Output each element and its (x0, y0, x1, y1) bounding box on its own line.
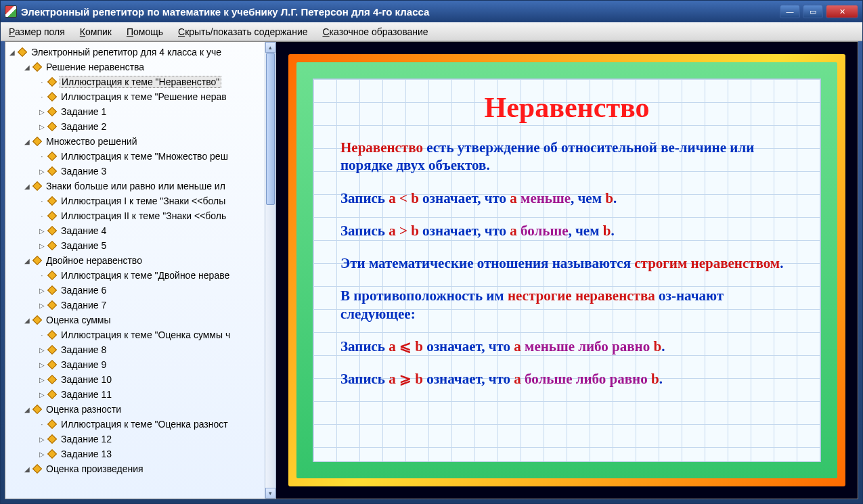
node-icon (47, 375, 57, 384)
tree-item[interactable]: ▷Задание 12 (8, 432, 275, 446)
node-icon (32, 256, 42, 265)
scroll-down-button[interactable]: ▾ (265, 488, 275, 499)
tree-item[interactable]: ▷Задание 2 (8, 119, 275, 134)
tree-item[interactable]: ▷Задание 8 (8, 342, 275, 357)
tree-item[interactable]: ·Иллюстрация к теме "Двойное нераве (8, 268, 275, 283)
menu-item[interactable]: Сказочное образование (319, 25, 430, 39)
tree-item[interactable]: ◢Знаки больше или равно или меньше ил (8, 179, 275, 193)
tree-item-label: Электронный репетитор для 4 класса к уче (30, 47, 223, 58)
tree-item-label: Задание 10 (60, 374, 113, 385)
tree-item[interactable]: ◢Оценка произведения (8, 461, 275, 476)
expand-icon[interactable]: ▷ (38, 168, 46, 175)
tree-item[interactable]: ·Иллюстрация II к теме "Знаки <<боль (8, 208, 275, 223)
node-icon (47, 271, 57, 280)
node-icon (47, 122, 57, 131)
maximize-button[interactable]: ▭ (803, 5, 823, 18)
collapse-icon[interactable]: ◢ (8, 49, 16, 56)
tree-item[interactable]: ◢Оценка разности (8, 402, 275, 417)
lesson-paragraph: Запись а < b означает, что а меньше, чем… (340, 189, 793, 207)
expand-icon[interactable]: ▷ (38, 451, 46, 458)
tree-item[interactable]: ▷Задание 7 (8, 298, 275, 313)
app-icon (5, 5, 17, 18)
tree-item-label: Иллюстрация к теме "Множество реш (60, 151, 229, 162)
tree-item-label: Задание 3 (60, 166, 108, 177)
tree-glyph: · (38, 421, 46, 428)
collapse-icon[interactable]: ◢ (23, 138, 31, 145)
tree-item[interactable]: ·Иллюстрация к теме "Неравенство" (8, 74, 275, 89)
tree-item[interactable]: ◢Множество решений (8, 134, 275, 149)
vertical-scrollbar[interactable]: ▴ ▾ (265, 42, 275, 499)
close-button[interactable]: ✕ (826, 5, 858, 18)
title-bar[interactable]: Электронный репетитор по математике к уч… (1, 1, 862, 22)
tree-item[interactable]: ▷Задание 3 (8, 164, 275, 179)
tree-item-label: Оценка суммы (45, 315, 112, 325)
tree-item-label: Иллюстрация к теме "Решение нерав (60, 91, 228, 102)
tree-item-label: Иллюстрация к теме "Двойное нераве (60, 270, 231, 281)
expand-icon[interactable]: ▷ (38, 436, 46, 443)
tree-item[interactable]: ·Иллюстрация к теме "Оценка суммы ч (8, 327, 275, 342)
outer-frame: Неравенство Неравенство есть утверждение… (288, 54, 845, 486)
expand-icon[interactable]: ▷ (38, 346, 46, 354)
node-icon (47, 211, 57, 221)
node-icon (47, 300, 57, 310)
lesson-title: Неравенство (340, 91, 793, 124)
node-icon (32, 62, 42, 72)
tree-item[interactable]: ▷Задание 10 (8, 372, 275, 387)
collapse-icon[interactable]: ◢ (23, 406, 31, 413)
menu-item[interactable]: Скрыть/показать содержание (175, 25, 310, 39)
node-icon (47, 92, 57, 101)
expand-icon[interactable]: ▷ (38, 287, 46, 294)
menu-item[interactable]: Помощь (124, 25, 166, 39)
menu-item[interactable]: Размер поля (6, 25, 68, 39)
tree-item[interactable]: ·Иллюстрация I к теме "Знаки <<болы (8, 193, 275, 208)
tree-item-label: Двойное неравенство (45, 255, 143, 266)
menu-item[interactable]: Компик (77, 25, 114, 39)
expand-icon[interactable]: ▷ (38, 391, 46, 398)
tree-glyph: · (38, 78, 46, 86)
tree-item[interactable]: ◢Электронный репетитор для 4 класса к уч… (8, 45, 275, 60)
tree-item[interactable]: ◢Решение неравенства (8, 60, 275, 74)
node-icon (47, 241, 57, 250)
tree-item[interactable]: ·Иллюстрация к теме "Решение нерав (8, 89, 275, 104)
tree-item-label: Иллюстрация к теме "Оценка суммы ч (60, 329, 231, 340)
navigation-sidebar[interactable]: ◢Электронный репетитор для 4 класса к уч… (5, 42, 276, 499)
tree-item[interactable]: ▷Задание 13 (8, 446, 275, 461)
tree-item[interactable]: ◢Двойное неравенство (8, 253, 275, 268)
expand-icon[interactable]: ▷ (38, 108, 46, 116)
collapse-icon[interactable]: ◢ (23, 465, 31, 473)
tree-item[interactable]: ▷Задание 6 (8, 283, 275, 298)
tree-item[interactable]: ·Иллюстрация к теме "Множество реш (8, 149, 275, 164)
tree-item[interactable]: ▷Задание 9 (8, 357, 275, 372)
tree-item[interactable]: ▷Задание 11 (8, 387, 275, 402)
tree-item-label: Оценка разности (45, 404, 123, 415)
lesson-paragraph: Запись а > b означает, что а больше, чем… (340, 222, 793, 239)
minimize-button[interactable]: — (780, 5, 800, 18)
tree-item[interactable]: ◢Оценка суммы (8, 313, 275, 327)
tree-item[interactable]: ▷Задание 5 (8, 238, 275, 253)
collapse-icon[interactable]: ◢ (23, 257, 31, 265)
expand-icon[interactable]: ▷ (38, 302, 46, 309)
collapse-icon[interactable]: ◢ (23, 183, 31, 190)
tree-item-label: Задание 13 (60, 449, 113, 459)
expand-icon[interactable]: ▷ (38, 242, 46, 250)
tree-glyph: · (38, 272, 46, 279)
scroll-thumb[interactable] (266, 53, 275, 205)
tree-item-label: Задание 5 (60, 240, 108, 251)
tree-item-label: Задание 2 (60, 121, 108, 132)
node-icon (47, 152, 57, 161)
scroll-track[interactable] (265, 53, 275, 488)
tree-item[interactable]: ▷Задание 4 (8, 223, 275, 238)
tree-item-label: Задание 1 (60, 106, 108, 117)
tree-item[interactable]: ·Иллюстрация к теме "Оценка разност (8, 417, 275, 432)
node-icon (47, 449, 57, 459)
expand-icon[interactable]: ▷ (38, 227, 46, 235)
collapse-icon[interactable]: ◢ (23, 317, 31, 324)
expand-icon[interactable]: ▷ (38, 361, 46, 369)
content-tree[interactable]: ◢Электронный репетитор для 4 класса к уч… (5, 42, 275, 479)
tree-item[interactable]: ▷Задание 1 (8, 104, 275, 119)
tree-item-label: Иллюстрация I к теме "Знаки <<болы (60, 196, 227, 206)
collapse-icon[interactable]: ◢ (23, 64, 31, 71)
expand-icon[interactable]: ▷ (38, 376, 46, 384)
scroll-up-button[interactable]: ▴ (265, 42, 275, 53)
expand-icon[interactable]: ▷ (38, 123, 46, 131)
